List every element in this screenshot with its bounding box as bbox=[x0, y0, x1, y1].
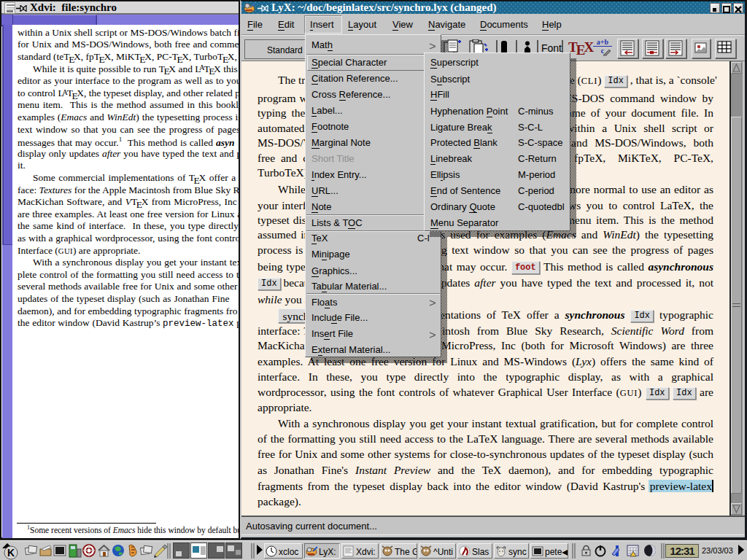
svg-text:K: K bbox=[7, 547, 15, 559]
